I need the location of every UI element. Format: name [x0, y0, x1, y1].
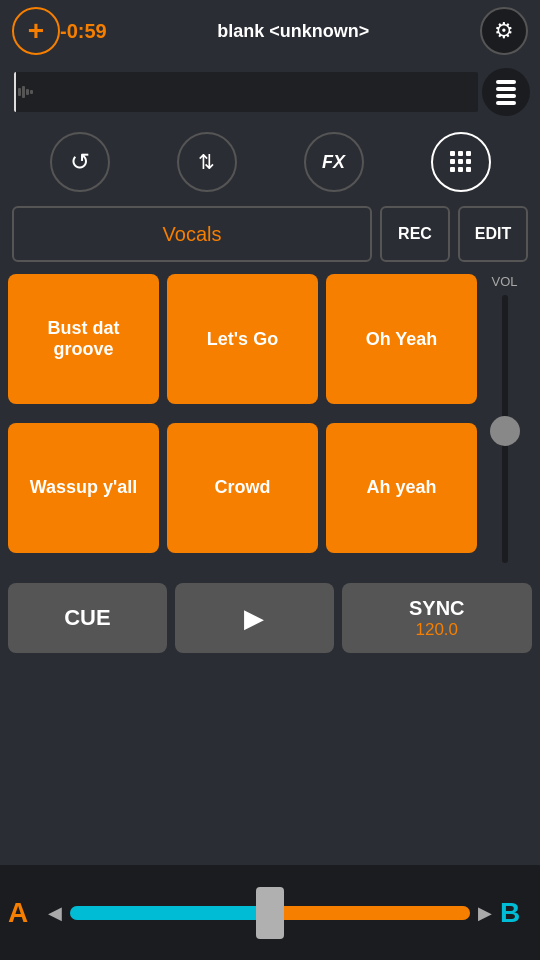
visualizer-button[interactable] — [482, 68, 530, 116]
crossfader-handle[interactable] — [256, 887, 284, 939]
transport: CUE ▶ SYNC 120.0 — [0, 571, 540, 665]
track-title: blank <unknown> — [107, 21, 480, 42]
arrow-right-icon[interactable]: ▶ — [478, 902, 492, 924]
pad-0[interactable]: Bust dat groove — [8, 274, 159, 404]
track-selector[interactable]: Vocals — [12, 206, 372, 262]
waveform-bar — [18, 88, 21, 96]
crossfader-label-b: B — [500, 897, 532, 929]
pad-3[interactable]: Wassup y'all — [8, 423, 159, 553]
track-name: Vocals — [163, 223, 222, 246]
edit-label: EDIT — [475, 225, 511, 243]
play-icon: ▶ — [244, 603, 264, 634]
crossfader-label-a: A — [8, 897, 40, 929]
rec-button[interactable]: REC — [380, 206, 450, 262]
timer-display: -0:59 — [60, 20, 107, 43]
waveform-bar — [26, 89, 29, 95]
sync-bpm: 120.0 — [415, 620, 458, 640]
track-row: Vocals REC EDIT — [0, 202, 540, 266]
waveform-area — [0, 62, 540, 122]
plus-icon: + — [28, 17, 44, 45]
fx-label: FX — [322, 152, 345, 173]
rec-label: REC — [398, 225, 432, 243]
crossfader-fill-left — [70, 906, 270, 920]
waveform-bar — [30, 90, 33, 94]
cue-button[interactable]: CUE — [8, 583, 167, 653]
volume-handle[interactable] — [490, 416, 520, 446]
eq-icon: ⇅ — [198, 150, 215, 174]
crossfader-fill-right — [270, 906, 470, 920]
edit-button[interactable]: EDIT — [458, 206, 528, 262]
pad-4[interactable]: Crowd — [167, 423, 318, 553]
crossfader-track[interactable] — [70, 906, 470, 920]
grid-icon — [450, 151, 472, 173]
pad-1[interactable]: Let's Go — [167, 274, 318, 404]
waveform-display — [14, 72, 478, 112]
play-button[interactable]: ▶ — [175, 583, 334, 653]
main-area: Bust dat groove Let's Go Oh Yeah Wassup … — [0, 266, 540, 563]
settings-button[interactable]: ⚙ — [480, 7, 528, 55]
sync-button[interactable]: SYNC 120.0 — [342, 583, 533, 653]
cue-label: CUE — [64, 605, 110, 631]
crossfader-bar: A ◀ ▶ B — [0, 865, 540, 960]
pad-5[interactable]: Ah yeah — [326, 423, 477, 553]
header: + -0:59 blank <unknown> ⚙ — [0, 0, 540, 62]
eq-button[interactable]: ⇅ — [177, 132, 237, 192]
volume-track[interactable] — [502, 295, 508, 563]
waveform-bar — [22, 86, 25, 98]
controls-row: ↺ ⇅ FX — [0, 122, 540, 202]
loop-icon: ↺ — [70, 148, 90, 176]
volume-slider-container: VOL — [477, 274, 532, 563]
pad-2[interactable]: Oh Yeah — [326, 274, 477, 404]
grid-button[interactable] — [431, 132, 491, 192]
loop-button[interactable]: ↺ — [50, 132, 110, 192]
arrow-left-icon[interactable]: ◀ — [48, 902, 62, 924]
bars-icon — [496, 80, 516, 105]
pads-grid: Bust dat groove Let's Go Oh Yeah Wassup … — [8, 274, 477, 563]
crossfader-track-wrapper[interactable]: ◀ ▶ — [48, 906, 492, 920]
vol-label: VOL — [491, 274, 517, 289]
add-button[interactable]: + — [12, 7, 60, 55]
gear-icon: ⚙ — [494, 18, 514, 44]
sync-label: SYNC — [409, 597, 465, 620]
fx-button[interactable]: FX — [304, 132, 364, 192]
